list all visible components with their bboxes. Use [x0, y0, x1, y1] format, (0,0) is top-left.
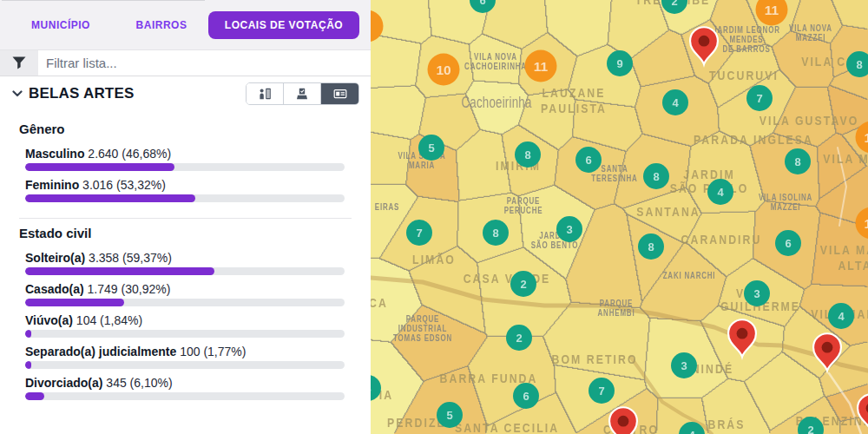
svg-text:7: 7 — [756, 92, 762, 105]
map-pin[interactable] — [690, 27, 718, 64]
section-header[interactable]: BELAS ARTES — [0, 76, 371, 111]
map-marker-green[interactable]: 8 — [515, 141, 541, 168]
app: MUNICÍPIO BAIRROS LOCAIS DE VOTAÇÃO BELA… — [0, 0, 868, 434]
svg-text:PARADA INGLESA: PARADA INGLESA — [694, 133, 813, 147]
map-marker-green[interactable]: 3 — [671, 352, 697, 378]
stat-label: Viúvo(a) 104 (1,84%) — [25, 313, 352, 327]
map-label: VILA NOVAMAZZEI — [789, 23, 832, 43]
map-label: PARADA INGLESA — [694, 133, 813, 147]
map-marker-green[interactable]: 4 — [679, 422, 705, 434]
map-marker-green[interactable]: 7 — [406, 220, 432, 246]
map-marker-green[interactable]: 9 — [607, 50, 633, 76]
svg-text:11: 11 — [765, 3, 779, 17]
svg-text:PARQUEANHEMBI: PARQUEANHEMBI — [598, 299, 635, 318]
tab-bairros[interactable]: BAIRROS — [122, 19, 201, 31]
map-label: SANTA CECILIA — [455, 421, 559, 434]
funnel-icon — [11, 56, 27, 70]
ballot-view-button[interactable] — [284, 83, 321, 104]
map-marker-green[interactable]: 2 — [661, 0, 687, 14]
map-pin[interactable] — [813, 333, 841, 371]
map-marker-green[interactable]: 6 — [470, 0, 496, 13]
map-label: CASA VERDE — [464, 272, 551, 286]
map-marker-orange[interactable]: 9 — [371, 10, 384, 43]
svg-text:10: 10 — [436, 62, 450, 77]
tab-bar: MUNICÍPIO BAIRROS LOCAIS DE VOTAÇÃO — [0, 0, 371, 50]
map-marker-green[interactable]: 3 — [744, 280, 770, 306]
map[interactable]: TREMEMBÉLAUZANEPAULISTATUCURUVIVILA COVI… — [371, 0, 868, 434]
svg-text:8: 8 — [856, 58, 862, 71]
card-view-button[interactable] — [321, 83, 358, 104]
map-marker-green[interactable]: 8 — [483, 220, 509, 246]
map-label: EIRAS — [375, 202, 399, 212]
stat-item: Divorciado(a) 345 (6,10%) — [25, 376, 352, 400]
map-label: TUCURUVI — [709, 69, 779, 82]
svg-text:6: 6 — [785, 237, 791, 250]
stat-bar-fill — [25, 361, 31, 369]
stat-bar-fill — [25, 163, 174, 171]
svg-text:3: 3 — [371, 382, 372, 395]
svg-text:CARANDIRU: CARANDIRU — [681, 233, 762, 247]
map-label: VILA GUSTAVO — [760, 114, 858, 128]
map-marker-green[interactable]: 6 — [575, 147, 602, 173]
group-title: Estado civil — [19, 226, 352, 240]
map-marker-orange[interactable]: 10 — [428, 54, 460, 86]
map-label: PARQUEANHEMBI — [598, 299, 635, 318]
svg-text:4: 4 — [672, 96, 679, 109]
svg-text:VILA NOVAMAZZEI: VILA NOVAMAZZEI — [789, 23, 832, 43]
map-marker-green[interactable]: 6 — [775, 230, 801, 256]
tab-municipio[interactable]: MUNICÍPIO — [0, 19, 122, 31]
svg-text:VILA M: VILA M — [823, 152, 868, 166]
svg-text:TUCURUVI: TUCURUVI — [709, 69, 779, 82]
svg-text:ZAKI NARCHI: ZAKI NARCHI — [663, 271, 716, 280]
filter-icon-button[interactable] — [0, 50, 38, 76]
map-marker-green[interactable]: 2 — [510, 271, 536, 297]
map-marker-green[interactable]: 4 — [707, 179, 733, 205]
map-marker-green[interactable]: 4 — [662, 89, 688, 115]
map-label: SANTANA — [636, 205, 700, 219]
filter-input[interactable] — [38, 50, 371, 76]
map-pin[interactable] — [728, 319, 756, 357]
svg-text:VILA MA: VILA MA — [820, 243, 868, 257]
map-marker-green[interactable]: 2 — [506, 325, 532, 351]
stat-bar-track — [25, 361, 345, 369]
stat-item: Solteiro(a) 3.358 (59,37%) — [25, 251, 352, 275]
svg-text:13: 13 — [864, 130, 868, 145]
stat-item: Separado(a) judicialmente 100 (1,77%) — [25, 345, 352, 369]
map-marker-orange[interactable]: 11 — [525, 50, 557, 82]
section-title: BELAS ARTES — [29, 85, 246, 102]
map-label: VILA M — [823, 152, 868, 166]
map-marker-green[interactable]: 7 — [746, 85, 773, 111]
stat-bar-track — [25, 392, 345, 400]
tab-locais-de-votacao[interactable]: LOCAIS DE VOTAÇÃO — [208, 11, 359, 39]
map-marker-green[interactable]: 6 — [513, 383, 539, 409]
map-marker-orange[interactable]: 10 — [856, 207, 868, 240]
map-label: BOM RETIRO — [551, 352, 637, 366]
map-marker-green[interactable]: 8 — [643, 163, 669, 189]
map-marker-green[interactable]: 3 — [556, 216, 582, 242]
map-marker-green[interactable]: 8 — [785, 148, 811, 174]
map-marker-green[interactable]: 4 — [828, 303, 854, 329]
map-marker-green[interactable]: 5 — [418, 135, 444, 161]
map-label: CARANDIRU — [681, 233, 762, 247]
map-marker-green[interactable]: 7 — [589, 378, 615, 404]
map-pin[interactable] — [609, 407, 637, 434]
svg-text:3: 3 — [566, 223, 572, 236]
svg-text:2: 2 — [516, 332, 522, 345]
svg-text:SANTANA: SANTANA — [636, 205, 700, 219]
svg-text:EIRAS: EIRAS — [375, 202, 399, 212]
map-marker-green[interactable]: 5 — [437, 402, 463, 428]
map-label: VILA NOVACACHOEIRINHA — [464, 52, 527, 71]
stat-label: Separado(a) judicialmente 100 (1,77%) — [25, 345, 352, 358]
svg-text:CA: CA — [371, 296, 388, 310]
booth-view-button[interactable] — [247, 83, 284, 104]
stat-bar-track — [25, 163, 345, 171]
map-marker-orange[interactable]: 11 — [756, 0, 788, 26]
view-toggle-group — [246, 82, 359, 105]
stat-label: Casado(a) 1.749 (30,92%) — [25, 282, 352, 296]
svg-text:8: 8 — [794, 155, 800, 168]
map-marker-green[interactable]: 8 — [638, 233, 664, 260]
map-label: Cachoeirinha — [461, 93, 531, 111]
stat-bar-track — [25, 330, 345, 338]
svg-text:BRÁS: BRÁS — [707, 417, 745, 431]
svg-text:5: 5 — [446, 409, 452, 422]
